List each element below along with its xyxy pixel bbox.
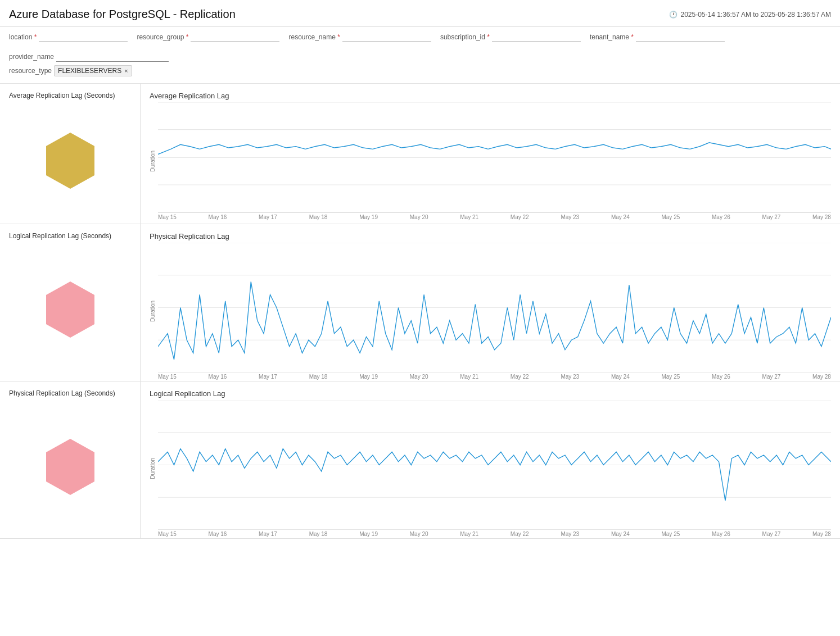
tenant-name-filter: tenant_name * [590,31,725,42]
location-filter: location * [9,31,128,42]
panel-3-left-title: Physical Replication Lag (Seconds) [9,389,115,397]
panel-1-left: Average Replication Lag (Seconds) [0,84,141,224]
time-range: 🕐 2025-05-14 1:36:57 AM to 2025-05-28 1:… [669,11,831,19]
subscription-id-input[interactable] [492,31,581,42]
resource-name-filter: resource_name * [288,31,431,42]
chart-3-title: Logical Replication Lag [150,389,831,398]
chart-1-y-label: Duration [150,151,156,172]
chart-3-x-axis: May 15 May 16 May 17 May 18 May 19 May 2… [158,530,831,537]
svg-marker-0 [46,133,94,189]
svg-marker-10 [46,281,94,338]
chart-3-svg: 95.13 Y 63.42 Y 31.71 Y 0 s [158,400,831,530]
panel-row-2: Logical Replication Lag (Seconds) Physic… [0,224,840,381]
panel-2-left: Logical Replication Lag (Seconds) [0,224,141,381]
panel-3-left: Physical Replication Lag (Seconds) [0,381,141,538]
resource-type-label: resource_type [9,67,52,75]
panel-1-hex [9,105,131,216]
page-title: Azure Database for PostgreSQL - Replicat… [9,8,236,21]
chart-1-area: Duration 6 s 4 s 2 s [150,102,831,220]
filter-row-2: resource_type FLEXIBLESERVERS × [9,65,831,76]
hex-icon-3 [45,438,96,496]
panel-row-3: Physical Replication Lag (Seconds) Logic… [0,381,840,539]
hex-icon-1 [45,131,96,190]
chart-2-x-axis: May 15 May 16 May 17 May 18 May 19 May 2… [158,372,831,380]
provider-name-filter: provider_name MICROSOFT.DBFORPOSTGRESQL [9,51,169,62]
main-content: Average Replication Lag (Seconds) Averag… [0,84,840,539]
clock-icon: 🕐 [669,11,678,19]
chart-2-y-label: Duration [150,301,156,322]
chart-2-area: Duration 8.33 h 5.56 h [150,243,831,380]
provider-name-label: provider_name [9,53,54,61]
chart-3-area: Duration 95.13 Y 63.42 Y [150,400,831,537]
chart-2-svg-area: 8.33 h 5.56 h 2.78 h 0 s [158,243,831,372]
resource-group-label: resource_group * [137,33,188,41]
resource-type-filter: resource_type FLEXIBLESERVERS × [9,65,132,76]
chart-1-inner: 6 s 4 s 2 s 0 s May 15 May 16 May 17 May… [158,102,831,220]
chart-2-inner: 8.33 h 5.56 h 2.78 h 0 s May 15 May 16 M… [158,243,831,380]
chart-3-inner: 95.13 Y 63.42 Y 31.71 Y 0 s May 15 May 1… [158,400,831,537]
panel-3-right: Logical Replication Lag Duration [141,381,840,538]
panel-2-right: Physical Replication Lag Duration [141,224,840,381]
provider-name-input[interactable]: MICROSOFT.DBFORPOSTGRESQL [56,51,169,62]
chart-1-x-axis: May 15 May 16 May 17 May 18 May 19 May 2… [158,213,831,220]
resource-type-tag: FLEXIBLESERVERS × [54,65,132,76]
resource-type-remove[interactable]: × [124,67,128,74]
panel-1-left-title: Average Replication Lag (Seconds) [9,92,115,99]
resource-name-input[interactable] [342,31,431,42]
page-header: Azure Database for PostgreSQL - Replicat… [0,0,840,27]
subscription-id-filter: subscription_id * [440,31,581,42]
hex-icon-2 [45,280,96,339]
chart-3-y-label: Duration [150,458,156,479]
filter-row-1: location * resource_group * resource_nam… [9,31,831,62]
subscription-id-label: subscription_id * [440,33,490,41]
panel-3-hex [9,403,131,530]
chart-2-svg: 8.33 h 5.56 h 2.78 h 0 s [158,243,831,372]
chart-3-svg-area: 95.13 Y 63.42 Y 31.71 Y 0 s [158,400,831,530]
tenant-name-input[interactable] [636,31,725,42]
location-input[interactable] [39,31,128,42]
panel-row-1: Average Replication Lag (Seconds) Averag… [0,84,840,224]
panel-1-right: Average Replication Lag Duration [141,84,840,224]
location-label: location * [9,33,37,41]
resource-group-filter: resource_group * [137,31,279,42]
svg-marker-20 [46,439,94,495]
tenant-name-label: tenant_name * [590,33,634,41]
panel-2-left-title: Logical Replication Lag (Seconds) [9,232,111,240]
chart-1-title: Average Replication Lag [150,92,831,100]
chart-2-title: Physical Replication Lag [150,232,831,240]
panel-2-hex [9,246,131,373]
chart-1-svg: 6 s 4 s 2 s 0 s [158,102,831,213]
filters-panel: location * resource_group * resource_nam… [0,27,840,84]
location-required: * [34,33,37,41]
chart-1-svg-area: 6 s 4 s 2 s 0 s [158,102,831,213]
resource-name-label: resource_name * [288,33,340,41]
resource-group-input[interactable] [191,31,279,42]
